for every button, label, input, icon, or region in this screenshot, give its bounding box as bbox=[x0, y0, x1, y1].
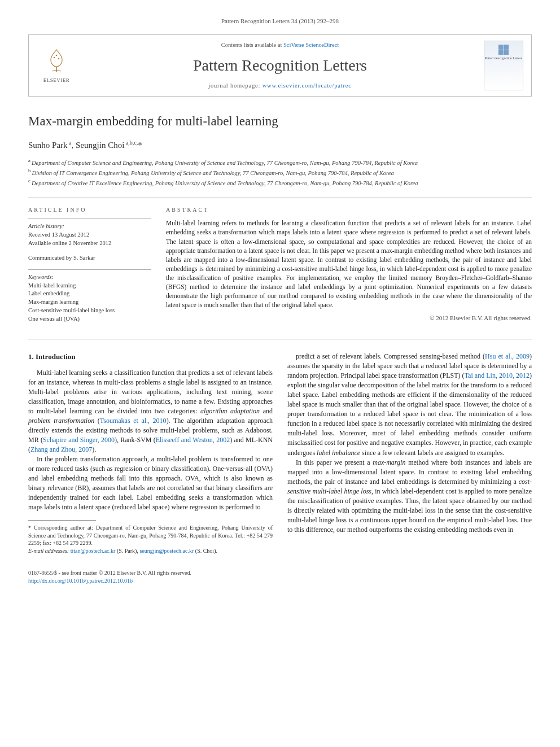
author-2: Seungjin Choi bbox=[76, 141, 124, 150]
body-paragraph: Multi-label learning seeks a classificat… bbox=[28, 368, 273, 455]
cite-tsoumakas[interactable]: Tsoumakas et al., 2010 bbox=[100, 417, 167, 425]
svg-point-3 bbox=[58, 58, 60, 60]
publisher-logo-block: ELSEVIER bbox=[37, 47, 76, 84]
affil-text-b: Division of IT Convergence Engineering, … bbox=[32, 169, 393, 176]
footer-left: 0167-8655/$ - see front matter © 2012 El… bbox=[28, 569, 191, 585]
svg-point-4 bbox=[56, 55, 58, 56]
affiliation-c: cDepartment of Creative IT Excellence En… bbox=[28, 177, 532, 187]
keyword-item: Max-margin learning bbox=[28, 298, 151, 307]
contents-available-line: Contents lists available at SciVerse Sci… bbox=[84, 41, 476, 50]
affiliations: aDepartment of Computer Science and Engi… bbox=[28, 157, 532, 188]
affil-text-c: Department of Creative IT Excellence Eng… bbox=[32, 180, 418, 186]
email-label: E-mail addresses: bbox=[28, 548, 71, 554]
history-label: Article history: bbox=[28, 222, 151, 231]
doi-link[interactable]: http://dx.doi.org/10.1016/j.patrec.2012.… bbox=[28, 578, 133, 584]
journal-homepage-line: journal homepage: www.elsevier.com/locat… bbox=[84, 82, 476, 90]
svg-point-2 bbox=[54, 57, 55, 59]
article-info-column: ARTICLE INFO Article history: Received 1… bbox=[28, 206, 151, 330]
body-paragraph: predict a set of relevant labels. Compre… bbox=[287, 352, 532, 457]
divider-bottom bbox=[28, 339, 532, 339]
cite-hsu[interactable]: Hsu et al., 2009 bbox=[485, 352, 530, 360]
keywords-label: Keywords: bbox=[28, 273, 151, 282]
journal-cover-thumb: Pattern Recognition Letters bbox=[484, 41, 523, 90]
p1-text-d: ), Rank-SVM ( bbox=[115, 436, 156, 444]
body-paragraph: In the problem transformation approach, … bbox=[28, 455, 273, 512]
elsevier-tree-icon bbox=[43, 47, 70, 75]
email1-who: (S. Park), bbox=[115, 548, 139, 554]
p4-em1: max-margin bbox=[373, 458, 405, 466]
journal-title: Pattern Recognition Letters bbox=[84, 54, 476, 76]
p1-text-b: ( bbox=[94, 417, 100, 425]
affil-sup-a: a bbox=[28, 158, 30, 163]
body-columns: 1. Introduction Multi-label learning see… bbox=[28, 352, 532, 554]
cite-zhang[interactable]: Zhang and Zhou, 2007 bbox=[30, 445, 92, 453]
keyword-item: Label embedding bbox=[28, 290, 151, 298]
sciencedirect-link[interactable]: SciVerse ScienceDirect bbox=[283, 42, 339, 48]
corr-author-marker: * bbox=[138, 141, 142, 150]
online-date: Available online 2 November 2012 bbox=[28, 239, 151, 248]
abstract-column: ABSTRACT Multi-label learning refers to … bbox=[166, 206, 532, 330]
cover-mini-icon bbox=[498, 45, 509, 55]
contents-prefix: Contents lists available at bbox=[221, 42, 283, 48]
article-history: Article history: Received 13 August 2012… bbox=[28, 222, 151, 247]
banner-center: Contents lists available at SciVerse Sci… bbox=[84, 41, 476, 90]
author-1: Sunho Park bbox=[28, 141, 68, 150]
p3-text-d: since a few relevant labels are assigned… bbox=[360, 449, 504, 457]
cite-schapire[interactable]: Schapire and Singer, 2000 bbox=[43, 436, 115, 444]
affiliation-a: aDepartment of Computer Science and Engi… bbox=[28, 157, 532, 167]
p3-em1: label imbalance bbox=[317, 449, 360, 457]
email-line: E-mail addresses: titan@postech.ac.kr (S… bbox=[28, 547, 273, 555]
journal-banner: ELSEVIER Contents lists available at Sci… bbox=[28, 34, 532, 97]
author-2-affil-sup: a,b,c, bbox=[124, 139, 138, 146]
p3-text-a: predict a set of relevant labels. Compre… bbox=[296, 352, 485, 360]
homepage-prefix: journal homepage: bbox=[208, 82, 262, 89]
info-abstract-row: ARTICLE INFO Article history: Received 1… bbox=[28, 198, 532, 339]
communicated-by: Communicated by S. Sarkar bbox=[28, 254, 151, 263]
abstract-text: Multi-label learning refers to methods f… bbox=[166, 219, 532, 309]
email2-who: (S. Choi). bbox=[194, 548, 217, 554]
cite-elisseeff[interactable]: Elisseeff and Weston, 2002 bbox=[156, 436, 230, 444]
email-choi[interactable]: seungjin@postech.ac.kr bbox=[139, 548, 194, 554]
keyword-item: Multi-label learning bbox=[28, 282, 151, 290]
article-info-heading: ARTICLE INFO bbox=[28, 206, 151, 214]
keywords-block: Keywords: Multi-label learning Label emb… bbox=[28, 273, 151, 323]
p3-text-c: ) exploit the singular value decompositi… bbox=[287, 372, 532, 456]
p1-em2: problem transformation bbox=[28, 417, 94, 425]
corr-author-note: * Corresponding author at: Department of… bbox=[28, 524, 273, 547]
corresponding-footnote: * Corresponding author at: Department of… bbox=[28, 520, 273, 554]
received-date: Received 13 August 2012 bbox=[28, 231, 151, 239]
cite-tai[interactable]: Tai and Lin, 2010, 2012 bbox=[465, 372, 530, 379]
affiliation-b: bDivision of IT Convergence Engineering,… bbox=[28, 167, 532, 177]
publisher-name: ELSEVIER bbox=[43, 77, 70, 84]
footer-copyright: 0167-8655/$ - see front matter © 2012 El… bbox=[28, 569, 191, 577]
page-footer: 0167-8655/$ - see front matter © 2012 El… bbox=[28, 569, 532, 585]
author-1-affil-sup: a bbox=[68, 139, 72, 146]
journal-homepage-link[interactable]: www.elsevier.com/locate/patrec bbox=[262, 82, 352, 89]
cover-caption: Pattern Recognition Letters bbox=[485, 56, 522, 60]
p1-em1: algorithm adaptation bbox=[200, 407, 260, 415]
body-paragraph: In this paper we present a max-margin me… bbox=[287, 458, 532, 535]
abstract-copyright: © 2012 Elsevier B.V. All rights reserved… bbox=[166, 314, 532, 322]
email-park[interactable]: titan@postech.ac.kr bbox=[71, 548, 116, 554]
section-1-heading: 1. Introduction bbox=[28, 352, 273, 362]
affil-sup-c: c bbox=[28, 178, 30, 184]
author-list: Sunho Park a, Seungjin Choi a,b,c,* bbox=[28, 139, 532, 151]
abstract-heading: ABSTRACT bbox=[166, 206, 532, 214]
article-title: Max-margin embedding for multi-label lea… bbox=[28, 112, 532, 130]
p1-text-f: ). bbox=[92, 445, 96, 453]
p4-text-a: In this paper we present a bbox=[296, 458, 373, 466]
keyword-item: Cost-sensitive multi-label hinge loss bbox=[28, 307, 151, 315]
header-citation: Pattern Recognition Letters 34 (2013) 29… bbox=[28, 17, 532, 25]
p1-mid1: and bbox=[260, 407, 273, 415]
footnote-rule bbox=[28, 520, 96, 521]
keyword-item: One versus all (OVA) bbox=[28, 315, 151, 324]
affil-text-a: Department of Computer Science and Engin… bbox=[32, 159, 418, 165]
affil-sup-b: b bbox=[28, 168, 30, 173]
